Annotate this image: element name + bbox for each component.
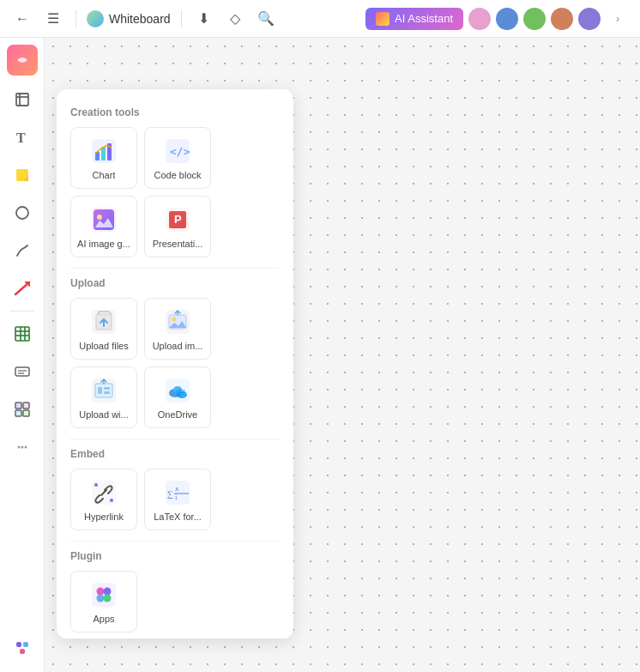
- svg-point-65: [97, 595, 105, 602]
- sidebar-item-shape[interactable]: [5, 196, 39, 230]
- sidebar-logo[interactable]: [7, 45, 38, 76]
- embed-tools-grid: Hyperlink ∑ x i LaTeX for...: [70, 469, 280, 530]
- tool-upload-files[interactable]: Upload files: [70, 298, 137, 360]
- svg-point-56: [110, 499, 113, 502]
- presentation-label: Presentati...: [153, 239, 203, 249]
- onedrive-icon: [162, 375, 193, 406]
- svg-text:x: x: [175, 484, 179, 493]
- divider-2: [70, 439, 280, 439]
- sidebar-item-template[interactable]: [5, 392, 39, 427]
- divider-1: [70, 268, 280, 269]
- apps-icon: [88, 579, 119, 610]
- svg-rect-24: [16, 642, 21, 647]
- sidebar-item-textbox[interactable]: [5, 354, 39, 389]
- svg-rect-20: [23, 410, 29, 416]
- hyperlink-icon: [88, 477, 119, 508]
- brand-title: Whiteboard: [87, 10, 171, 27]
- svg-line-6: [15, 282, 29, 294]
- plugin-title: Plugin: [70, 550, 280, 562]
- menu-button[interactable]: ☰: [41, 7, 65, 31]
- tool-code-block[interactable]: </> Code block: [144, 127, 211, 189]
- sidebar-item-text[interactable]: T: [5, 120, 39, 154]
- topbar: ← ☰ Whiteboard ⬇ ◇ 🔍 AI Assistant ›: [0, 0, 640, 38]
- svg-text:T: T: [16, 130, 26, 145]
- sidebar-item-more[interactable]: [5, 430, 39, 464]
- ai-assistant-label: AI Assistant: [395, 12, 453, 25]
- sidebar-item-connector[interactable]: [5, 271, 39, 306]
- svg-point-23: [24, 446, 27, 449]
- latex-icon: ∑ x i: [162, 477, 193, 508]
- topbar-more-button[interactable]: ›: [606, 7, 630, 31]
- creation-tools-title: Creation tools: [70, 106, 280, 118]
- ai-image-icon: [88, 204, 119, 235]
- svg-text:</>: </>: [170, 145, 190, 158]
- svg-text:∑: ∑: [167, 489, 173, 499]
- svg-rect-17: [15, 403, 21, 409]
- svg-point-35: [97, 215, 102, 220]
- svg-point-22: [21, 446, 23, 449]
- whiteboard-title: Whiteboard: [109, 12, 171, 26]
- user-avatar-5[interactable]: [578, 8, 601, 30]
- creation-panel: Creation tools Chart: [57, 89, 293, 639]
- download-button[interactable]: ⬇: [192, 7, 216, 31]
- upload-title: Upload: [70, 277, 280, 289]
- ai-assistant-icon: [376, 12, 389, 26]
- sidebar: T: [0, 38, 45, 672]
- user-avatar-3[interactable]: [523, 8, 546, 30]
- tool-ai-image[interactable]: AI image g...: [70, 196, 137, 257]
- latex-label: LaTeX for...: [154, 512, 202, 522]
- sidebar-sep-1: [10, 311, 34, 312]
- svg-rect-9: [15, 327, 29, 341]
- tool-chart[interactable]: Chart: [70, 127, 137, 189]
- embed-title: Embed: [70, 448, 280, 460]
- upload-tools-grid: Upload files Upload im...: [70, 298, 280, 428]
- onedrive-label: OneDrive: [158, 409, 197, 420]
- tool-onedrive[interactable]: OneDrive: [144, 366, 211, 428]
- sidebar-item-table[interactable]: [5, 317, 39, 351]
- svg-rect-0: [16, 94, 28, 106]
- sidebar-item-extra[interactable]: [5, 631, 39, 665]
- brand-logo-icon: [87, 10, 104, 27]
- topbar-actions: AI Assistant ›: [365, 7, 630, 31]
- presentation-icon: P: [162, 204, 193, 235]
- tool-apps[interactable]: Apps: [70, 571, 137, 633]
- svg-point-63: [97, 588, 105, 596]
- hyperlink-label: Hyperlink: [84, 512, 124, 522]
- chart-label: Chart: [93, 170, 116, 180]
- tool-upload-whiteboard[interactable]: Upload wi...: [70, 366, 137, 428]
- svg-point-21: [17, 446, 20, 449]
- tool-upload-images[interactable]: Upload im...: [144, 298, 211, 360]
- svg-point-66: [104, 595, 112, 602]
- svg-point-43: [172, 318, 177, 322]
- user-avatar-2[interactable]: [496, 8, 518, 30]
- upload-whiteboard-label: Upload wi...: [79, 409, 128, 420]
- svg-rect-47: [104, 387, 110, 390]
- user-avatar-4[interactable]: [551, 8, 573, 30]
- svg-rect-18: [23, 403, 29, 409]
- sidebar-item-frame[interactable]: [5, 82, 39, 117]
- canvas[interactable]: Creation tools Chart: [45, 38, 640, 672]
- divider-3: [70, 541, 280, 542]
- tool-presentation[interactable]: P Presentati...: [144, 196, 211, 257]
- svg-point-64: [104, 588, 112, 596]
- back-button[interactable]: ←: [10, 7, 34, 31]
- svg-rect-48: [104, 391, 110, 394]
- creation-tools-grid: Chart </> Code block: [70, 127, 280, 257]
- upload-images-label: Upload im...: [153, 341, 203, 351]
- search-button[interactable]: 🔍: [254, 7, 278, 31]
- tool-hyperlink[interactable]: Hyperlink: [70, 469, 137, 530]
- tool-latex[interactable]: ∑ x i LaTeX for...: [144, 469, 211, 530]
- tag-button[interactable]: ◇: [223, 7, 247, 31]
- topbar-separator: [75, 10, 76, 27]
- apps-label: Apps: [93, 614, 114, 624]
- sidebar-item-sticky[interactable]: [5, 158, 39, 192]
- user-avatar-1[interactable]: [468, 8, 491, 30]
- ai-assistant-button[interactable]: AI Assistant: [365, 8, 463, 30]
- sidebar-item-pen[interactable]: [5, 233, 39, 268]
- upload-files-label: Upload files: [79, 341, 128, 351]
- svg-rect-62: [92, 583, 116, 607]
- plugin-tools-grid: Apps: [70, 571, 280, 633]
- svg-point-5: [16, 207, 28, 219]
- svg-rect-14: [15, 367, 29, 376]
- upload-files-icon: [88, 306, 119, 337]
